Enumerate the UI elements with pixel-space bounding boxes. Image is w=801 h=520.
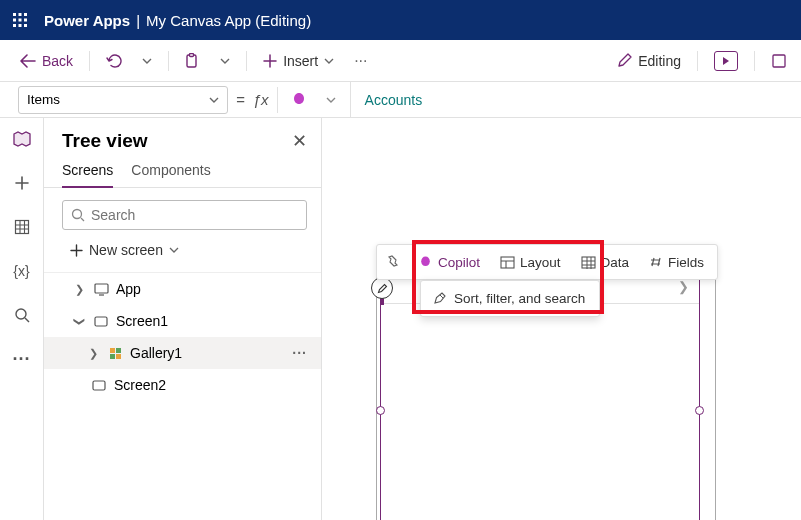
svg-point-13 <box>16 309 26 319</box>
pin-icon[interactable] <box>381 251 407 273</box>
header-title: Power Apps|My Canvas App (Editing) <box>44 12 311 29</box>
contextual-menu: Copilot Layout Data Fields <box>376 244 718 280</box>
tab-screens[interactable]: Screens <box>62 162 113 188</box>
svg-rect-6 <box>13 24 16 27</box>
formula-input[interactable]: Accounts <box>350 82 801 117</box>
waffle-icon[interactable] <box>8 8 32 32</box>
save-button[interactable] <box>763 49 789 73</box>
doc-title: My Canvas App (Editing) <box>146 12 311 29</box>
new-screen-label: New screen <box>89 242 163 258</box>
svg-rect-3 <box>13 19 16 22</box>
equals-sign: = <box>236 91 245 108</box>
app-name: Power Apps <box>44 12 130 29</box>
rail-search[interactable] <box>11 304 33 326</box>
menu-data-label: Data <box>601 255 630 270</box>
svg-rect-17 <box>110 348 115 353</box>
paste-chevron[interactable] <box>212 54 238 68</box>
tree-label: Gallery1 <box>130 345 182 361</box>
tree-label: Screen1 <box>116 313 168 329</box>
svg-rect-7 <box>19 24 22 27</box>
copilot-dropdown: Sort, filter, and search <box>420 280 600 317</box>
resize-handle[interactable] <box>376 406 385 415</box>
svg-rect-8 <box>24 24 27 27</box>
app-icon <box>92 283 110 296</box>
rail-tree-view[interactable] <box>11 128 33 150</box>
editing-label: Editing <box>638 53 681 69</box>
toolbar: Back Insert ··· Editing <box>0 40 801 82</box>
svg-rect-5 <box>24 19 27 22</box>
svg-rect-18 <box>116 348 121 353</box>
svg-rect-23 <box>582 257 595 268</box>
left-rail: {x} ··· <box>0 118 44 520</box>
search-input[interactable] <box>91 207 298 223</box>
rail-variables[interactable]: {x} <box>11 260 33 282</box>
svg-rect-11 <box>773 55 785 67</box>
tree-search[interactable] <box>62 200 307 230</box>
svg-rect-1 <box>19 13 22 16</box>
chevron-down-icon <box>209 97 219 103</box>
svg-point-14 <box>73 210 82 219</box>
back-button[interactable]: Back <box>12 49 81 73</box>
back-label: Back <box>42 53 73 69</box>
rail-insert[interactable] <box>11 172 33 194</box>
formula-bar: Items = ƒx Accounts <box>0 82 801 118</box>
menu-fields[interactable]: Fields <box>640 251 713 274</box>
chevron-right-icon: ❯ <box>72 283 86 296</box>
preview-button[interactable] <box>706 47 746 75</box>
menu-data[interactable]: Data <box>572 251 639 274</box>
menu-copilot[interactable]: Copilot <box>409 251 489 274</box>
formula-chevron[interactable] <box>320 97 342 103</box>
rail-more[interactable]: ··· <box>11 348 33 370</box>
svg-rect-0 <box>13 13 16 16</box>
tree-label: App <box>116 281 141 297</box>
property-label: Items <box>27 92 60 107</box>
tree-label: Screen2 <box>114 377 166 393</box>
menu-layout[interactable]: Layout <box>491 251 570 274</box>
svg-rect-15 <box>95 284 108 293</box>
svg-rect-2 <box>24 13 27 16</box>
resize-handle[interactable] <box>695 406 704 415</box>
insert-button[interactable]: Insert <box>255 49 342 73</box>
tree-title: Tree view <box>62 130 148 152</box>
search-icon <box>71 208 85 222</box>
tree-item-app[interactable]: ❯ App <box>44 273 321 305</box>
svg-rect-10 <box>190 53 194 56</box>
edit-pencil-badge[interactable] <box>371 277 393 299</box>
close-icon[interactable]: ✕ <box>292 130 307 152</box>
tree-item-screen1[interactable]: ❯ Screen1 <box>44 305 321 337</box>
svg-rect-20 <box>116 354 121 359</box>
undo-chevron[interactable] <box>134 54 160 68</box>
app-header: Power Apps|My Canvas App (Editing) <box>0 0 801 40</box>
canvas-area[interactable]: ❯ Copilot Layout <box>322 118 801 520</box>
paste-button[interactable] <box>177 49 208 73</box>
svg-rect-16 <box>95 317 107 326</box>
undo-button[interactable] <box>98 49 130 73</box>
copilot-formula-icon[interactable] <box>286 91 312 109</box>
tree-item-gallery1[interactable]: ❯ Gallery1 ··· <box>44 337 321 369</box>
menu-fields-label: Fields <box>668 255 704 270</box>
rail-data[interactable] <box>11 216 33 238</box>
svg-rect-4 <box>19 19 22 22</box>
drop-label: Sort, filter, and search <box>454 291 585 306</box>
row-more-icon[interactable]: ··· <box>292 345 307 361</box>
chevron-right-icon: ❯ <box>678 279 689 294</box>
screen-icon <box>90 380 108 391</box>
chevron-down-icon: ❯ <box>73 314 86 328</box>
editing-mode-button[interactable]: Editing <box>609 49 689 73</box>
svg-rect-22 <box>501 257 514 268</box>
tree-item-screen2[interactable]: Screen2 <box>44 369 321 401</box>
tree-view-panel: Tree view ✕ Screens Components New scree… <box>44 118 322 520</box>
menu-layout-label: Layout <box>520 255 561 270</box>
tab-components[interactable]: Components <box>131 162 210 187</box>
new-screen-button[interactable]: New screen <box>44 240 321 272</box>
insert-label: Insert <box>283 53 318 69</box>
chevron-right-icon: ❯ <box>86 347 100 360</box>
gallery-icon <box>106 347 124 360</box>
svg-rect-21 <box>93 381 105 390</box>
drop-sort-filter-search[interactable]: Sort, filter, and search <box>421 285 599 312</box>
toolbar-overflow[interactable]: ··· <box>346 52 375 70</box>
property-select[interactable]: Items <box>18 86 228 114</box>
menu-copilot-label: Copilot <box>438 255 480 270</box>
svg-rect-19 <box>110 354 115 359</box>
fx-label: ƒx <box>253 91 269 108</box>
